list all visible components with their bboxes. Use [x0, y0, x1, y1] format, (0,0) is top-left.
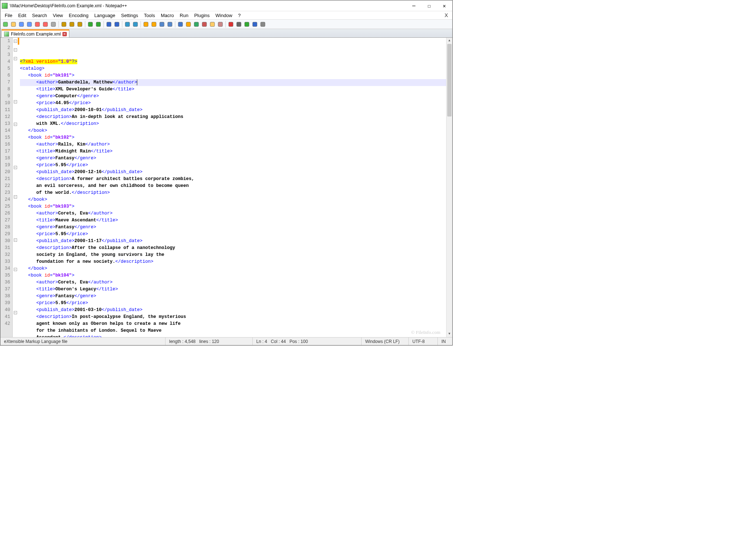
menu-window[interactable]: Window	[213, 12, 235, 19]
tab-close-button[interactable]: ✕	[62, 32, 67, 36]
menu-plugins[interactable]: Plugins	[191, 12, 213, 19]
svg-rect-4	[35, 22, 40, 26]
svg-rect-27	[237, 22, 241, 26]
indent-guide-icon[interactable]	[177, 21, 184, 28]
paste-icon[interactable]	[76, 21, 83, 28]
tab-bar: FileInfo.com Example.xml ✕	[0, 29, 452, 38]
sync-h-icon[interactable]	[150, 21, 158, 28]
svg-rect-20	[178, 22, 183, 26]
svg-rect-7	[62, 22, 66, 26]
svg-rect-19	[168, 22, 172, 26]
maximize-button[interactable]: ☐	[424, 2, 434, 9]
menu-view[interactable]: View	[50, 12, 66, 19]
stop-icon[interactable]	[235, 21, 242, 28]
svg-rect-2	[19, 22, 24, 26]
svg-rect-8	[70, 22, 74, 26]
svg-rect-18	[160, 22, 164, 26]
status-encoding[interactable]: UTF-8	[409, 338, 438, 345]
svg-rect-29	[253, 22, 257, 26]
line-number-gutter: 1234567891011121314151617181920212223242…	[0, 38, 13, 337]
app-icon	[2, 3, 8, 9]
filetype-icon	[4, 32, 9, 37]
scrollbar-thumb[interactable]	[447, 44, 452, 117]
svg-rect-28	[245, 22, 249, 26]
record-icon[interactable]	[227, 21, 235, 28]
print-icon[interactable]	[50, 21, 57, 28]
save-macro-icon[interactable]	[259, 21, 266, 28]
save-all-icon[interactable]	[26, 21, 33, 28]
tab-label: FileInfo.com Example.xml	[11, 32, 61, 37]
svg-rect-17	[152, 22, 156, 26]
new-file-icon[interactable]	[2, 21, 9, 28]
wordwrap-icon[interactable]	[158, 21, 166, 28]
window-title: \\Mac\Home\Desktop\FileInfo.com Example.…	[10, 3, 409, 8]
menubar-close-button[interactable]: X	[442, 12, 451, 18]
monitoring-icon[interactable]	[217, 21, 224, 28]
svg-rect-11	[96, 22, 101, 26]
close-icon[interactable]	[34, 21, 41, 28]
status-length: length : 4,548 lines : 120	[166, 338, 253, 345]
svg-rect-16	[144, 22, 148, 26]
show-all-icon[interactable]	[166, 21, 174, 28]
code-area[interactable]: © FileInfo.com <?xml version="1.0"?><cat…	[19, 38, 446, 337]
open-file-icon[interactable]	[10, 21, 17, 28]
svg-rect-14	[125, 22, 130, 26]
replace-icon[interactable]	[113, 21, 121, 28]
menu-macro[interactable]: Macro	[158, 12, 177, 19]
menu-bar: File Edit Search View Encoding Language …	[0, 11, 452, 19]
svg-rect-6	[51, 22, 56, 26]
doc-map-icon[interactable]	[193, 21, 200, 28]
func-list-icon[interactable]	[201, 21, 208, 28]
svg-rect-10	[88, 22, 93, 26]
menu-settings[interactable]: Settings	[118, 12, 141, 19]
svg-rect-24	[210, 22, 215, 26]
toolbar	[0, 19, 452, 29]
close-window-button[interactable]: ✕	[439, 2, 449, 9]
save-icon[interactable]	[18, 21, 25, 28]
editor[interactable]: 1234567891011121314151617181920212223242…	[0, 38, 452, 337]
svg-rect-5	[43, 22, 48, 26]
vertical-scrollbar[interactable]: ▲ ▼	[446, 38, 452, 337]
undo-icon[interactable]	[87, 21, 94, 28]
svg-rect-13	[115, 22, 119, 26]
menu-edit[interactable]: Edit	[15, 12, 29, 19]
folder-icon[interactable]	[209, 21, 216, 28]
svg-rect-23	[202, 22, 207, 26]
udl-icon[interactable]	[185, 21, 192, 28]
status-filetype: eXtensible Markup Language file	[0, 338, 166, 345]
play-multi-icon[interactable]	[251, 21, 258, 28]
tab-active[interactable]: FileInfo.com Example.xml ✕	[1, 29, 69, 37]
redo-icon[interactable]	[95, 21, 102, 28]
play-icon[interactable]	[243, 21, 250, 28]
svg-rect-12	[107, 22, 111, 26]
find-icon[interactable]	[105, 21, 113, 28]
svg-rect-22	[194, 22, 199, 26]
minimize-button[interactable]: ─	[409, 2, 419, 9]
scroll-up-arrow-icon[interactable]: ▲	[446, 38, 452, 44]
svg-rect-3	[27, 22, 32, 26]
svg-rect-21	[186, 22, 191, 26]
menu-tools[interactable]: Tools	[141, 12, 158, 19]
zoom-out-icon[interactable]	[132, 21, 139, 28]
menu-encoding[interactable]: Encoding	[66, 12, 91, 19]
copy-icon[interactable]	[68, 21, 76, 28]
menu-language[interactable]: Language	[91, 12, 118, 19]
fold-column[interactable]: −−−−−−−−−−	[13, 38, 18, 337]
sync-v-icon[interactable]	[142, 21, 150, 28]
menu-run[interactable]: Run	[177, 12, 191, 19]
svg-rect-26	[229, 22, 233, 26]
svg-rect-30	[261, 22, 265, 26]
cut-icon[interactable]	[60, 21, 68, 28]
zoom-in-icon[interactable]	[124, 21, 131, 28]
svg-rect-15	[133, 22, 138, 26]
menu-file[interactable]: File	[2, 12, 15, 19]
scroll-down-arrow-icon[interactable]: ▼	[446, 331, 452, 337]
menu-help[interactable]: ?	[235, 12, 244, 19]
status-eol[interactable]: Windows (CR LF)	[362, 338, 409, 345]
status-insert-mode[interactable]: IN	[438, 338, 452, 345]
menu-search[interactable]: Search	[29, 12, 50, 19]
close-all-icon[interactable]	[42, 21, 49, 28]
svg-rect-9	[78, 22, 82, 26]
scrollbar-track[interactable]	[446, 44, 452, 331]
watermark: © FileInfo.com	[411, 329, 440, 336]
